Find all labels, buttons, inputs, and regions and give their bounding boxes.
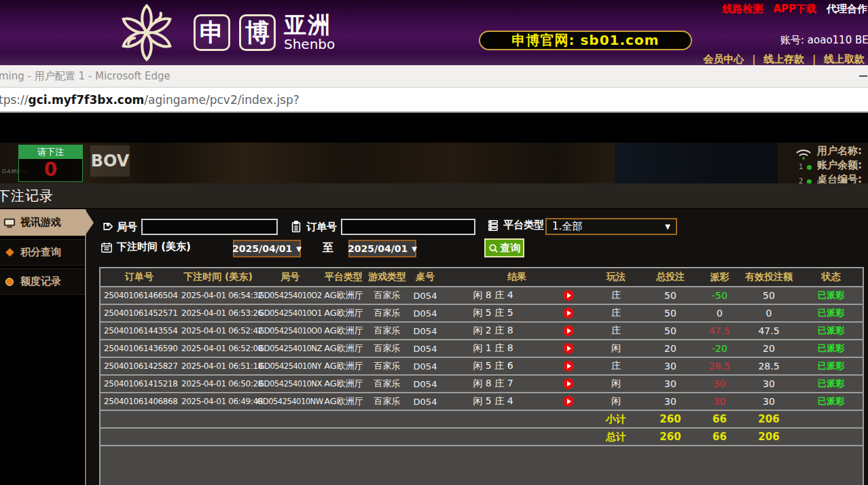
column-header: 有效投注额 bbox=[738, 268, 799, 286]
play-video-button[interactable] bbox=[563, 325, 574, 336]
cell-status: 已派彩 bbox=[799, 305, 863, 321]
cell-order-number: 250401061452571 bbox=[101, 305, 178, 321]
cell-table-number: D054 bbox=[409, 340, 441, 357]
cell-valid-bet: 30 bbox=[738, 376, 799, 392]
cell-valid-bet: 28.5 bbox=[738, 358, 799, 374]
total-label: 总计 bbox=[592, 429, 640, 445]
play-video-button[interactable] bbox=[563, 290, 574, 301]
empty-row bbox=[101, 445, 863, 485]
total-row: 总计 260 66 206 bbox=[101, 427, 863, 445]
link-agent-coop[interactable]: 代理合作 bbox=[827, 3, 867, 16]
column-header: 结果 bbox=[441, 268, 592, 286]
url-text[interactable]: tps://gci.myf7f3bx.com/agingame/pcv2/ind… bbox=[0, 93, 300, 107]
cell-table-number: D054 bbox=[409, 376, 441, 392]
cell-result: 闲 5 庄 5 bbox=[441, 305, 545, 321]
video-panel bbox=[615, 143, 778, 183]
logo-region-text: 亚洲 bbox=[284, 14, 335, 37]
play-video-button[interactable] bbox=[563, 396, 574, 407]
cell-result: 闲 8 庄 4 bbox=[441, 287, 545, 304]
total-valid: 206 bbox=[738, 429, 799, 445]
platform-label: 平台类型 bbox=[503, 219, 544, 232]
query-button[interactable]: 查询 bbox=[484, 238, 524, 257]
sidebar: 视讯游戏 积分查询 额度记录 bbox=[0, 209, 87, 485]
table-row: 250401061436590 2025-04-01 06:52:08 GD05… bbox=[101, 339, 863, 357]
cell-total-bet: 50 bbox=[640, 323, 701, 339]
round-input[interactable] bbox=[141, 219, 278, 235]
sidebar-item-points-query[interactable]: 积分查询 bbox=[0, 239, 85, 266]
cell-payout: -50 bbox=[701, 287, 738, 304]
cell-platform: AG欧洲厅 bbox=[322, 358, 365, 374]
date-from-value: 2025/04/01 bbox=[232, 243, 292, 254]
date-to-select[interactable]: 2025/04/01 ▼ bbox=[348, 240, 416, 257]
play-video-button[interactable] bbox=[563, 378, 574, 389]
cell-play-type: 闲 bbox=[592, 376, 640, 392]
minimize-icon[interactable] bbox=[859, 75, 867, 77]
cell-platform: AG欧洲厅 bbox=[322, 376, 365, 392]
table-header-row: 订单号下注时间 (美东)局号平台类型游戏类型桌号结果玩法总投注派彩有效投注额状态 bbox=[101, 268, 863, 286]
sidebar-item-video-games[interactable]: 视讯游戏 bbox=[0, 209, 85, 236]
separator: ｜ bbox=[749, 53, 759, 66]
cell-order-number: 250401061406868 bbox=[101, 393, 178, 410]
total-payout: 66 bbox=[701, 429, 738, 445]
game-video-strip: GAMING 请下注 0 BOV 1 2 用户名称: 账户余额: 桌台编号: bbox=[0, 143, 868, 183]
link-withdraw[interactable]: 线上取款 bbox=[824, 53, 865, 66]
cell-game-type: 百家乐 bbox=[365, 323, 409, 339]
username-label: 用户名称: bbox=[817, 144, 862, 158]
cell-result: 闲 5 庄 6 bbox=[441, 358, 545, 374]
sidebar-item-label: 额度记录 bbox=[20, 275, 61, 288]
link-app-download[interactable]: APP下载 bbox=[773, 3, 816, 16]
monitor-icon bbox=[3, 217, 16, 228]
column-header: 下注时间 (美东) bbox=[178, 268, 258, 286]
order-filter: 订单号 bbox=[290, 219, 475, 235]
cell-valid-bet: 50 bbox=[738, 287, 799, 304]
cell-play-type: 庄 bbox=[592, 323, 640, 339]
link-line-check[interactable]: 线路检测 bbox=[722, 3, 763, 16]
column-header: 游戏类型 bbox=[365, 268, 409, 286]
play-icon bbox=[567, 399, 571, 404]
cell-status: 已派彩 bbox=[799, 340, 863, 357]
cell-bet-time: 2025-04-01 06:52:08 bbox=[178, 340, 258, 357]
order-input[interactable] bbox=[341, 219, 475, 235]
bov-brand: BOV bbox=[90, 145, 130, 177]
platform-select[interactable]: 1.全部 ▼ bbox=[545, 218, 677, 235]
table-row: 250401061466504 2025-04-01 06:54:32 GD05… bbox=[101, 286, 863, 304]
cell-table-number: D054 bbox=[409, 358, 441, 374]
date-to-value: 2025/04/01 bbox=[348, 243, 408, 254]
cell-total-bet: 50 bbox=[640, 305, 701, 321]
cell-valid-bet: 0 bbox=[738, 305, 799, 321]
link-member-center[interactable]: 会员中心 bbox=[704, 53, 744, 66]
cell-bet-time: 2025-04-01 06:51:18 bbox=[178, 358, 258, 374]
official-site-banner[interactable]: 申博官网: sb01.com bbox=[479, 31, 692, 50]
clipboard-icon bbox=[290, 221, 302, 233]
cell-total-bet: 50 bbox=[640, 287, 701, 304]
link-deposit[interactable]: 线上存款 bbox=[763, 53, 804, 66]
player-info: 用户名称: 账户余额: 桌台编号: bbox=[817, 144, 862, 183]
countdown-value: 0 bbox=[19, 159, 82, 181]
play-video-button[interactable] bbox=[563, 361, 574, 372]
cell-total-bet: 30 bbox=[640, 376, 701, 392]
cell-round-id: GD054254010NY bbox=[258, 358, 322, 374]
chevron-down-icon: ▼ bbox=[412, 245, 417, 253]
play-icon bbox=[567, 381, 571, 387]
table-row: 250401061406868 2025-04-01 06:49:48 GD05… bbox=[101, 392, 863, 410]
window-titlebar: ming - 用户配置 1 - Microsoft Edge bbox=[0, 65, 868, 88]
tag-icon bbox=[101, 221, 113, 233]
cell-valid-bet: 47.5 bbox=[738, 323, 799, 339]
sidebar-item-credit-records[interactable]: 额度记录 bbox=[0, 268, 85, 295]
cell-replay bbox=[545, 340, 592, 357]
play-icon bbox=[567, 346, 571, 351]
cell-table-number: D054 bbox=[409, 287, 441, 304]
play-video-button[interactable] bbox=[563, 308, 574, 319]
site-logo: 申 博 亚洲 Shenbo bbox=[109, 1, 335, 64]
date-from-select[interactable]: 2025/04/01 ▼ bbox=[233, 240, 301, 257]
cell-platform: AG欧洲厅 bbox=[322, 340, 365, 357]
cell-status: 已派彩 bbox=[799, 287, 863, 304]
order-label: 订单号 bbox=[306, 221, 337, 234]
address-bar[interactable]: tps://gci.myf7f3bx.com/agingame/pcv2/ind… bbox=[0, 88, 868, 113]
cell-platform: AG欧洲厅 bbox=[322, 323, 365, 339]
bet-countdown-box: 请下注 0 bbox=[18, 145, 83, 182]
seat-numbers: 1 2 bbox=[799, 160, 812, 183]
sidebar-divider bbox=[85, 209, 86, 485]
play-video-button[interactable] bbox=[563, 343, 574, 354]
column-header: 平台类型 bbox=[322, 268, 365, 286]
